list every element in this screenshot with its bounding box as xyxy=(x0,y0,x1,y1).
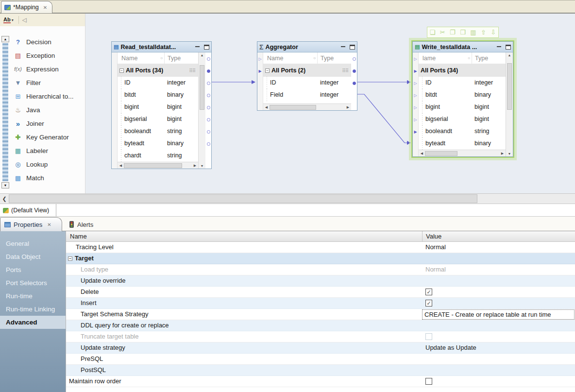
transformation-box-write[interactable]: ▤Write_testalldata ...▷▶▷▷▷▷▶lame○TypeAl… xyxy=(412,41,513,157)
cut-icon[interactable]: ✂ xyxy=(440,28,445,37)
tab-properties[interactable]: Properties ✕ xyxy=(0,217,62,231)
export-icon[interactable]: ⇧ xyxy=(481,28,486,37)
scroll-down-icon[interactable]: ▼ xyxy=(1,182,9,188)
scroll-thumb[interactable] xyxy=(200,65,204,110)
nav-item-run-time-linking[interactable]: Run-time Linking xyxy=(0,303,66,316)
property-row-presql[interactable]: PreSQL xyxy=(66,354,575,365)
port-row[interactable]: IDinteger xyxy=(419,77,506,89)
palette-scroll-track[interactable] xyxy=(2,43,8,181)
property-row-tracing-level[interactable]: Tracing LevelNormal xyxy=(66,242,575,253)
property-value[interactable]: Normal xyxy=(422,242,575,253)
port-row[interactable]: bigserialbigint xyxy=(118,113,198,125)
maximize-icon[interactable] xyxy=(204,45,209,50)
box-horizontal-scrollbar[interactable]: ◀▶ xyxy=(118,162,198,169)
nav-item-port-selectors[interactable]: Port Selectors xyxy=(0,276,66,290)
column-header-row[interactable]: Name○Type xyxy=(118,52,198,64)
delete-checkbox[interactable]: ✓ xyxy=(425,289,432,295)
maintain-row-order-checkbox[interactable] xyxy=(425,378,432,385)
box-horizontal-scrollbar[interactable]: ◀▶ xyxy=(263,103,351,110)
palette-item-lookup[interactable]: ◎Lookup xyxy=(14,157,74,171)
scroll-right-icon[interactable]: ▶ xyxy=(345,105,351,109)
minimize-icon[interactable] xyxy=(195,46,200,48)
scroll-thumb[interactable] xyxy=(425,151,457,156)
input-port-icon[interactable]: ▷ xyxy=(414,93,417,98)
close-icon[interactable]: ✕ xyxy=(47,222,51,227)
port-row[interactable]: bigserialbigint xyxy=(419,113,506,125)
palette-item-java[interactable]: ♨Java xyxy=(14,103,74,117)
palette-item-joiner[interactable]: »Joiner xyxy=(14,117,74,130)
property-row-load-type[interactable]: Load typeNormal xyxy=(66,264,575,275)
import-icon[interactable]: ⇩ xyxy=(490,28,496,37)
property-value[interactable] xyxy=(422,354,575,364)
property-value[interactable] xyxy=(422,275,575,286)
input-port-icon[interactable]: ▷ xyxy=(414,57,417,61)
output-port-icon[interactable] xyxy=(353,57,356,61)
output-port-icon[interactable] xyxy=(207,94,210,97)
input-port-icon[interactable]: ▷ xyxy=(258,57,261,61)
scroll-left-icon[interactable]: ◀ xyxy=(419,152,425,155)
port-row[interactable]: IDinteger xyxy=(118,77,198,89)
output-port-icon[interactable] xyxy=(207,106,210,109)
tab-alerts[interactable]: Alerts xyxy=(65,218,105,231)
sort-indicator-icon[interactable]: ○ xyxy=(313,52,316,64)
scroll-right-icon[interactable]: ▶ xyxy=(192,164,198,168)
scroll-up-icon[interactable]: ▲ xyxy=(1,36,9,42)
maximize-icon[interactable] xyxy=(350,45,355,50)
port-row[interactable]: booleandtstring xyxy=(118,125,198,137)
target-schema-strategy-value-cell[interactable]: CREATE - Create or replace table at run … xyxy=(422,309,575,320)
scroll-thumb[interactable] xyxy=(124,163,182,168)
property-row-target[interactable]: −Target xyxy=(66,253,575,264)
nav-item-advanced[interactable]: Advanced xyxy=(0,316,66,329)
scroll-thumb[interactable] xyxy=(270,105,316,110)
all-ports-group-row[interactable]: −All Ports (34)⠿⠿ xyxy=(118,64,198,77)
input-port-connected-icon[interactable]: ▶ xyxy=(414,130,417,134)
canvas-horizontal-scrollbar[interactable]: ❮ xyxy=(0,193,575,204)
nav-item-general[interactable]: General xyxy=(0,237,66,250)
property-row-insert[interactable]: Insert✓ xyxy=(66,298,575,309)
rename-tool-button[interactable]: Ab ▾ xyxy=(2,16,15,24)
port-row[interactable]: booleandtstring xyxy=(419,125,506,137)
palette-scrollbar[interactable]: ▲ ▼ xyxy=(1,36,9,188)
palette-item-exception[interactable]: ▤Exception xyxy=(14,49,74,62)
property-value[interactable]: Update as Update xyxy=(422,342,575,353)
property-row-truncate-target-table[interactable]: Truncate target table xyxy=(66,331,575,342)
nav-item-run-time[interactable]: Run-time xyxy=(0,290,66,303)
property-value[interactable]: ✓ xyxy=(422,298,575,308)
property-value[interactable] xyxy=(422,376,575,387)
box-header-aggregator[interactable]: ΣAggregator xyxy=(257,42,357,52)
output-port-connected-icon[interactable] xyxy=(353,82,356,85)
connector-aggregator-field-to-write[interactable] xyxy=(357,94,410,143)
port-row[interactable]: bitdtbinary xyxy=(419,89,506,101)
copy-icon[interactable]: ❐ xyxy=(450,28,456,37)
scroll-up-icon[interactable]: ▲ xyxy=(506,53,513,57)
scroll-down-icon[interactable]: ▼ xyxy=(199,164,205,168)
property-value[interactable] xyxy=(422,320,575,331)
palette-item-match[interactable]: ▩Match xyxy=(14,171,74,185)
scroll-left-icon[interactable]: ◀ xyxy=(263,105,270,109)
minimize-icon[interactable] xyxy=(341,46,345,48)
scroll-down-icon[interactable]: ▼ xyxy=(506,152,513,155)
scroll-track[interactable] xyxy=(124,163,192,169)
close-icon[interactable]: ✕ xyxy=(43,5,47,10)
output-port-icon[interactable] xyxy=(207,130,210,134)
port-row[interactable]: bigintbigint xyxy=(118,101,198,113)
box-horizontal-scrollbar[interactable]: ◀▶ xyxy=(419,150,506,156)
input-port-connected-icon[interactable]: ▶ xyxy=(258,69,261,73)
scroll-track[interactable] xyxy=(270,104,345,110)
all-ports-group-row[interactable]: −All Ports (2)⠿⠿ xyxy=(263,64,351,77)
input-port-icon[interactable]: ▷ xyxy=(414,105,417,110)
port-row[interactable]: bitdtbinary xyxy=(118,89,198,101)
collapse-expander-icon[interactable]: − xyxy=(68,256,72,261)
output-port-icon[interactable] xyxy=(207,82,210,85)
delete-icon[interactable]: ▥ xyxy=(470,28,476,37)
drag-handle-icon[interactable]: ⠿⠿ xyxy=(342,68,348,73)
scroll-thumb[interactable] xyxy=(507,63,512,110)
palette-item-labeler[interactable]: ▦Labeler xyxy=(14,144,74,157)
transformation-box-read[interactable]: ▤Read_testalldatat...Name○Type−All Ports… xyxy=(111,41,212,169)
property-value[interactable]: ✓ xyxy=(422,287,575,297)
palette-item-expression[interactable]: f(x)Expression xyxy=(14,62,74,76)
nav-item-ports[interactable]: Ports xyxy=(0,263,66,276)
palette-item-key-generator[interactable]: ✚Key Generator xyxy=(14,130,74,144)
property-row-target-schema-strategy[interactable]: Target Schema StrategyCREATE - Create or… xyxy=(66,309,575,320)
property-row-delete[interactable]: Delete✓ xyxy=(66,287,575,298)
